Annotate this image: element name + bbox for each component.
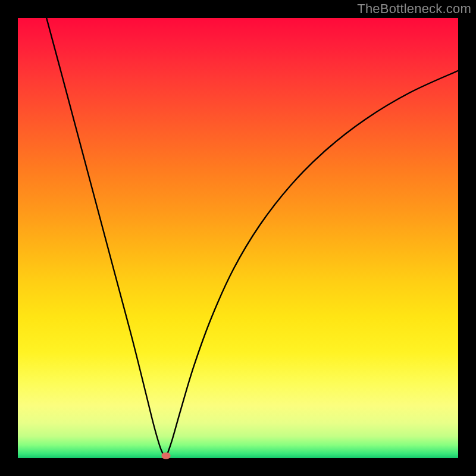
watermark-text: TheBottleneck.com	[357, 1, 471, 17]
chart-frame: TheBottleneck.com	[0, 0, 476, 476]
plot-area	[18, 18, 458, 458]
minimum-marker	[161, 453, 170, 459]
bottleneck-curve	[18, 18, 458, 458]
